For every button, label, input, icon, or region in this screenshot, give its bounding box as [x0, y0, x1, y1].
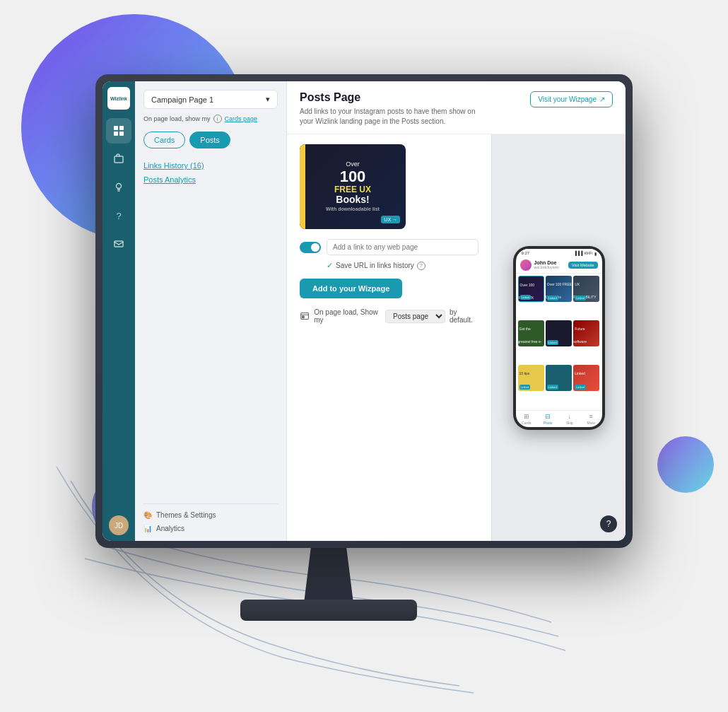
sidebar-icon-bulb[interactable] [106, 175, 131, 200]
page-load-value[interactable]: Cards page [225, 115, 258, 122]
chart-icon: 📊 [143, 525, 152, 532]
monitor-outer: Wizlink [95, 74, 633, 548]
sidebar-icon-question[interactable]: ? [106, 203, 131, 228]
add-link-row [300, 239, 479, 255]
books-text: Books! [326, 194, 380, 205]
svg-rect-1 [119, 126, 124, 130]
info-icon[interactable]: i [213, 115, 222, 123]
save-url-row: ✓ Save URL in links history ? [327, 261, 479, 270]
sidebar-icon-mail[interactable] [106, 231, 131, 257]
posts-analytics-link[interactable]: Posts Analytics [143, 174, 278, 185]
posts-page-header: Posts Page Add links to your Instagram p… [287, 81, 626, 134]
right-section: Posts Page Add links to your Instagram p… [287, 81, 626, 541]
page-load-label: On page load, show my [143, 115, 211, 122]
phone-grid-item-5: Linked [546, 320, 572, 346]
add-link-toggle[interactable] [300, 242, 321, 253]
post-image-text: Over 100 FREE UX Books! With downloadabl… [326, 161, 380, 212]
content-wrapper: Campaign Page 1 ▾ On page load, show my … [135, 81, 626, 541]
campaign-dropdown-label: Campaign Page 1 [151, 95, 213, 104]
analytics-link[interactable]: 📊 Analytics [143, 525, 278, 532]
sidebar-icon-grid[interactable] [106, 118, 131, 144]
toggle-cards-btn[interactable]: Cards [143, 132, 185, 148]
palette-icon: 🎨 [143, 511, 152, 519]
linked-badge-7: Linked [519, 385, 531, 390]
screen: Wizlink [102, 81, 626, 541]
phone-grid-item-1: Over 100 FREE UX Linked [518, 276, 544, 302]
sidebar-avatar[interactable]: JD [109, 515, 129, 535]
battery-icon: ▮ [594, 251, 597, 256]
help-button[interactable]: ? [600, 515, 617, 532]
sidebar-logo-text: Wizlink [110, 96, 127, 101]
external-link-icon: ↗ [599, 95, 605, 103]
sidebar-bottom: JD [109, 515, 129, 535]
checkmark-icon: ✓ [327, 261, 333, 270]
page-load-setting: On page load, show my i Cards page [143, 115, 278, 123]
more-nav-label: More [587, 421, 595, 425]
nav-links: Links History (16) Posts Analytics [143, 160, 278, 185]
linked-badge-2: Linked [547, 296, 558, 300]
phone-nav-cards[interactable]: ⊞ Cards [516, 413, 538, 425]
phone-user-name: John Doe [534, 260, 559, 265]
save-url-info-icon[interactable]: ? [417, 262, 425, 270]
svg-rect-0 [114, 126, 118, 130]
cards-nav-icon: ⊞ [524, 413, 529, 420]
on-page-load-row: On page load, Show my Posts page by defa… [300, 308, 479, 324]
grid-item-7-text: 10 tips [518, 370, 532, 377]
phone-time: 9:27 [522, 251, 530, 255]
posts-page-select[interactable]: Posts page [385, 310, 445, 323]
phone-grid-item-3: UX READABILITY Linked [573, 276, 599, 302]
post-image-card: Over 100 FREE UX Books! With downloadabl… [300, 144, 406, 229]
themes-settings-link[interactable]: 🎨 Themes & Settings [143, 511, 278, 519]
phone-grid-item-8: Linked [546, 365, 572, 391]
sidebar-footer: 🎨 Themes & Settings 📊 Analytics [143, 503, 278, 532]
phone-grid-item-6: Future software [573, 320, 599, 346]
sidebar-icon-link[interactable] [106, 146, 131, 172]
phone-nav-more[interactable]: ≡ More [580, 413, 602, 425]
save-url-label: Save URL in links history [336, 262, 414, 269]
add-link-input[interactable] [327, 239, 479, 255]
phone-grid-item-7: 10 tips Linked [518, 365, 544, 391]
phone-avatar-name: John Doe wiz.link/luyemi [520, 259, 559, 271]
page-load-icon [300, 310, 310, 322]
svg-rect-8 [303, 316, 305, 318]
linked-badge-1: Linked [520, 295, 532, 300]
skip-nav-label: Skip [566, 421, 573, 425]
linked-badge-5: Linked [547, 340, 558, 345]
campaign-dropdown[interactable]: Campaign Page 1 ▾ [143, 90, 278, 109]
phone-nav-posts[interactable]: ⊟ Posts [537, 413, 559, 425]
yellow-bar [300, 144, 305, 229]
corner-sticker: UX → [381, 216, 400, 223]
links-history-link[interactable]: Links History (16) [143, 160, 278, 171]
posts-content: Over 100 FREE UX Books! With downloadabl… [287, 134, 491, 541]
monitor-bezel: Wizlink [102, 81, 626, 541]
phone-visit-btn[interactable]: Visit Website [568, 262, 598, 269]
toggle-posts-btn[interactable]: Posts [189, 132, 230, 148]
svg-rect-3 [119, 132, 124, 136]
monitor-stand-neck [293, 547, 364, 603]
phone-grid-item-4: Get the greatest free e-book. [518, 320, 544, 346]
left-panel: Campaign Page 1 ▾ On page load, show my … [135, 81, 287, 541]
phone-user-url: wiz.link/luyemi [534, 265, 559, 269]
phone-section: 9:27 ▐▐▐ WiFi ▮ [491, 134, 626, 541]
posts-page-desc: Add links to your Instagram posts to hav… [300, 107, 476, 127]
grid-item-9-text: Linked [573, 370, 587, 377]
by-default-label: by default. [450, 308, 479, 324]
cards-posts-toggle: Cards Posts [143, 132, 278, 148]
phone-header: John Doe wiz.link/luyemi Visit Website [516, 257, 602, 274]
phone-status-bar: 9:27 ▐▐▐ WiFi ▮ [516, 249, 602, 257]
phone-bottom-nav: ⊞ Cards ⊟ Posts ↓ [516, 410, 602, 427]
svg-rect-4 [115, 156, 123, 163]
phone-grid-item-9: Linked Linked [573, 365, 599, 391]
wifi-icon: WiFi [585, 251, 593, 255]
phone-nav-skip[interactable]: ↓ Skip [559, 413, 581, 425]
grid-item-6-text: Future software [573, 325, 588, 345]
number-text: 100 [326, 168, 380, 185]
add-to-wizpage-btn[interactable]: Add to your Wizpage [300, 279, 402, 298]
svg-rect-2 [114, 132, 118, 136]
visit-wizpage-btn[interactable]: Visit your Wizpage ↗ [530, 91, 613, 107]
downloadable-text: With downloadable list [326, 206, 380, 212]
analytics-label: Analytics [156, 525, 184, 532]
linked-badge-8: Linked [547, 385, 558, 390]
posts-nav-label: Posts [544, 421, 553, 425]
phone-outer: 9:27 ▐▐▐ WiFi ▮ [513, 246, 605, 430]
